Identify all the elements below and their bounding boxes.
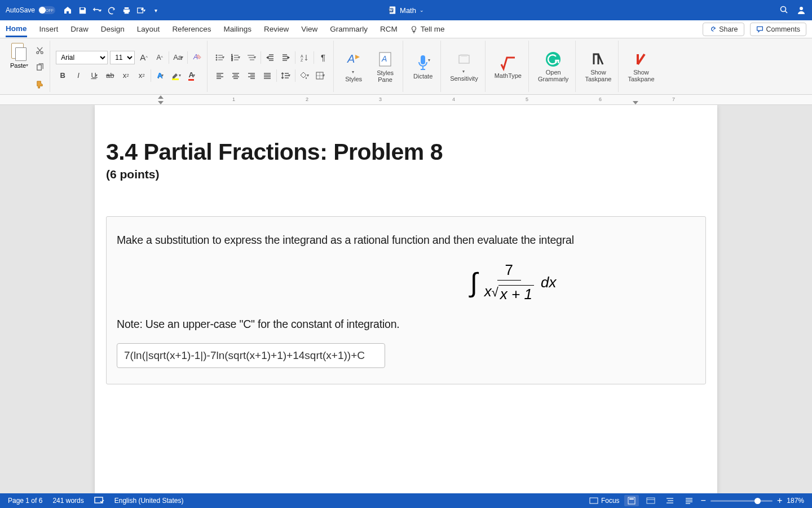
show-marks-icon[interactable]: ¶ xyxy=(316,51,330,64)
tab-design[interactable]: Design xyxy=(101,22,125,36)
right-indent-marker[interactable] xyxy=(633,101,638,104)
outline-view-icon[interactable] xyxy=(663,495,677,506)
comments-button[interactable]: Comments xyxy=(750,23,806,36)
svg-point-4 xyxy=(781,7,786,12)
tab-draw[interactable]: Draw xyxy=(70,22,89,36)
align-left-icon[interactable] xyxy=(213,69,227,82)
dictate-group: ▾ Dictate xyxy=(405,41,441,92)
clear-format-icon[interactable]: A xyxy=(190,51,204,64)
word-count[interactable]: 241 words xyxy=(52,497,83,505)
chevron-down-icon[interactable]: ⌄ xyxy=(420,7,424,13)
answer-field[interactable]: 7(ln(|sqrt(x+1)-1|)-7ln(sqrt(x+1)+1)+14s… xyxy=(117,343,385,368)
dictate-button[interactable]: ▾ Dictate xyxy=(409,51,437,82)
borders-icon[interactable]: ▾ xyxy=(314,69,327,82)
tab-layout[interactable]: Layout xyxy=(137,22,160,36)
strike-icon[interactable]: ab xyxy=(103,69,117,82)
zoom-level[interactable]: 187% xyxy=(787,497,804,505)
problem-box: Make a substitution to express the integ… xyxy=(106,216,706,384)
document-page[interactable]: 3.4 Partial Fractions: Problem 8 (6 poin… xyxy=(95,105,717,493)
mathtype-button[interactable]: MathType xyxy=(491,52,525,81)
cut-icon[interactable] xyxy=(33,44,46,58)
dictate-label: Dictate xyxy=(413,73,433,80)
page-indicator[interactable]: Page 1 of 6 xyxy=(8,497,42,505)
tab-mailings[interactable]: Mailings xyxy=(223,22,251,36)
styles-button[interactable]: A ▾ Styles xyxy=(339,48,368,85)
mic-icon xyxy=(416,53,430,72)
paste-label[interactable]: Paste xyxy=(10,62,26,69)
italic-icon[interactable]: I xyxy=(72,69,85,82)
undo-icon[interactable]: ▾ xyxy=(92,6,102,15)
hanging-indent-marker[interactable] xyxy=(158,101,164,104)
superscript-icon[interactable]: x2 xyxy=(135,69,148,82)
qat-more-icon[interactable]: ▾ xyxy=(151,6,160,15)
spellcheck-icon[interactable] xyxy=(94,497,104,505)
outdent-icon[interactable] xyxy=(263,51,277,64)
multilevel-icon[interactable]: ▾ xyxy=(245,51,258,64)
titlebar-right xyxy=(779,5,806,15)
share-button[interactable]: Share xyxy=(703,23,744,36)
align-right-icon[interactable] xyxy=(245,69,258,82)
toggle-switch[interactable]: OFF xyxy=(38,6,55,14)
bullets-icon[interactable]: ▾ xyxy=(213,51,227,64)
tab-references[interactable]: References xyxy=(172,22,211,36)
language-indicator[interactable]: English (United States) xyxy=(114,497,184,505)
shrink-font-icon[interactable]: A^ xyxy=(153,51,166,64)
tab-view[interactable]: View xyxy=(301,22,317,36)
draft-view-icon[interactable] xyxy=(682,495,696,506)
tab-rcm[interactable]: RCM xyxy=(380,22,398,36)
grow-font-icon[interactable]: A^ xyxy=(137,51,151,64)
account-icon[interactable] xyxy=(796,5,806,15)
zoom-in-button[interactable]: + xyxy=(777,496,782,506)
problem-instruction: Make a substitution to express the integ… xyxy=(117,234,695,247)
first-line-indent-marker[interactable] xyxy=(158,95,164,99)
numerator: 7 xyxy=(497,261,521,281)
indent-icon[interactable] xyxy=(279,51,293,64)
focus-button[interactable]: Focus xyxy=(589,497,620,505)
bold-icon[interactable]: B xyxy=(56,69,69,82)
tab-home[interactable]: Home xyxy=(6,21,27,37)
styles-pane-icon: A xyxy=(377,50,393,68)
document-title[interactable]: W Math ⌄ xyxy=(388,6,424,15)
tab-review[interactable]: Review xyxy=(264,22,289,36)
problem-note: Note: Use an upper-case "C" for the cons… xyxy=(117,318,695,331)
font-color-icon[interactable]: A▾ xyxy=(185,69,198,82)
styles-pane-button[interactable]: A Styles Pane xyxy=(371,48,399,85)
home-icon[interactable] xyxy=(63,6,72,15)
justify-icon[interactable] xyxy=(261,69,274,82)
show-taskpane2-button[interactable]: Show Taskpane xyxy=(624,49,657,85)
text-effects-icon[interactable]: A▾ xyxy=(153,69,167,82)
shading-icon[interactable]: ▾ xyxy=(298,69,311,82)
save-icon[interactable] xyxy=(78,6,87,15)
document-area[interactable]: 3.4 Partial Fractions: Problem 8 (6 poin… xyxy=(0,105,812,493)
underline-icon[interactable]: U▾ xyxy=(87,69,101,82)
highlight-icon[interactable]: ▾ xyxy=(169,69,183,82)
numbering-icon[interactable]: 123▾ xyxy=(229,51,242,64)
redo-icon[interactable] xyxy=(107,6,116,15)
paste-icon[interactable] xyxy=(11,43,27,61)
change-case-icon[interactable]: Aa▾ xyxy=(171,51,185,64)
subscript-icon[interactable]: x2 xyxy=(119,69,133,82)
copy-icon[interactable] xyxy=(33,61,46,75)
font-size-select[interactable]: 11 xyxy=(110,51,135,64)
tab-grammarly[interactable]: Grammarly xyxy=(330,22,368,36)
search-icon[interactable] xyxy=(779,5,788,15)
grammarly-button[interactable]: Open Grammarly xyxy=(535,49,572,85)
autosave-toggle[interactable]: AutoSave OFF xyxy=(6,6,55,14)
print-layout-view-icon[interactable] xyxy=(624,495,639,506)
web-layout-view-icon[interactable] xyxy=(643,495,658,506)
tab-insert[interactable]: Insert xyxy=(39,22,59,36)
quick-edit-icon[interactable]: ▾ xyxy=(136,6,145,15)
show-taskpane-button[interactable]: Show Taskpane xyxy=(581,49,615,85)
line-spacing-icon[interactable]: ▾ xyxy=(279,69,293,82)
horizontal-ruler[interactable]: 1 2 3 4 5 6 7 xyxy=(0,95,812,105)
format-painter-icon[interactable] xyxy=(33,78,46,91)
integral-sign: ∫ xyxy=(470,267,478,298)
print-icon[interactable] xyxy=(122,6,131,15)
align-center-icon[interactable] xyxy=(229,69,242,82)
tell-me[interactable]: Tell me xyxy=(410,22,445,36)
zoom-slider[interactable] xyxy=(710,500,773,502)
zoom-thumb[interactable] xyxy=(754,498,761,504)
zoom-out-button[interactable]: − xyxy=(701,496,706,506)
sort-icon[interactable]: AZ xyxy=(298,51,311,64)
font-name-select[interactable]: Arial xyxy=(56,51,108,64)
